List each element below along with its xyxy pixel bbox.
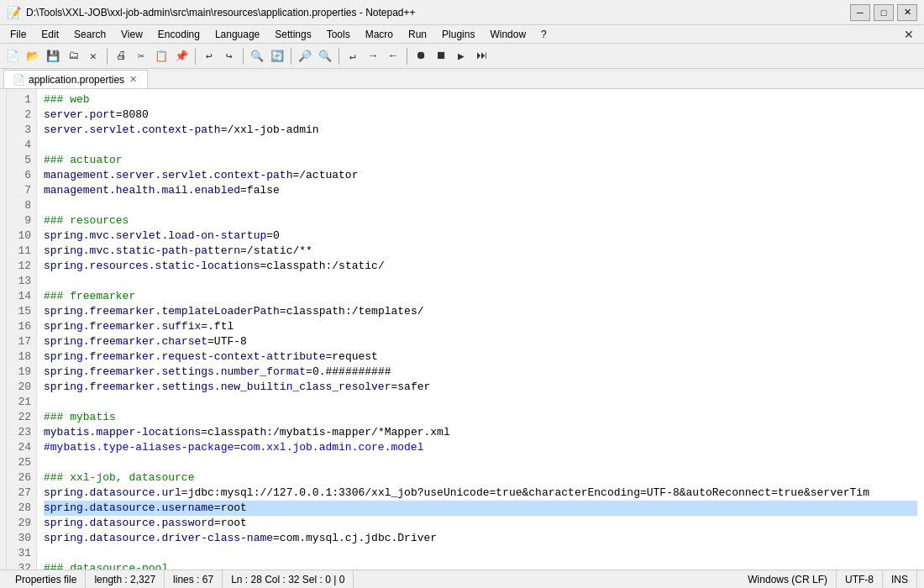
code-line: spring.mvc.servlet.load-on-startup=0 xyxy=(44,228,917,244)
save-all-button[interactable]: 🗂 xyxy=(64,47,82,66)
undo-button[interactable]: ↩ xyxy=(200,47,218,66)
line-number: 2 xyxy=(13,108,31,123)
code-line: spring.datasource.url=jdbc:mysql://127.0… xyxy=(44,486,917,501)
code-line: spring.mvc.static-path-pattern=/static/*… xyxy=(44,244,917,259)
paste-button[interactable]: 📌 xyxy=(172,47,191,66)
code-line xyxy=(44,455,917,470)
line-number: 23 xyxy=(13,425,31,440)
menu-encoding[interactable]: Encoding xyxy=(151,27,207,42)
code-line: server.servlet.context-path=/xxl-job-adm… xyxy=(44,123,917,138)
zoom-in-button[interactable]: 🔎 xyxy=(296,47,314,66)
line-number: 31 xyxy=(13,546,31,561)
open-button[interactable]: 📂 xyxy=(24,47,42,66)
macro-play-button[interactable]: ▶ xyxy=(452,47,470,66)
replace-button[interactable]: 🔄 xyxy=(268,47,286,66)
menu-search[interactable]: Search xyxy=(67,27,113,42)
menu-edit[interactable]: Edit xyxy=(34,27,66,42)
code-line: spring.datasource.username=root xyxy=(44,501,917,516)
menu-tools[interactable]: Tools xyxy=(320,27,357,42)
line-number: 26 xyxy=(13,470,31,486)
tab-application-properties[interactable]: 📄 application.properties ✕ xyxy=(3,70,148,88)
code-line: ### resources xyxy=(44,213,917,228)
code-line xyxy=(44,546,917,561)
new-button[interactable]: 📄 xyxy=(3,47,22,66)
code-line xyxy=(44,138,917,153)
menu-file[interactable]: File xyxy=(3,27,33,42)
menu-help[interactable]: ? xyxy=(534,27,554,42)
menu-plugins[interactable]: Plugins xyxy=(435,27,481,42)
code-line: management.health.mail.enabled=false xyxy=(44,183,917,198)
menu-macro[interactable]: Macro xyxy=(359,27,400,42)
cut-button[interactable]: ✂ xyxy=(132,47,150,66)
code-line: ### mybatis xyxy=(44,410,917,425)
menu-run[interactable]: Run xyxy=(402,27,433,42)
status-ins: INS xyxy=(883,570,917,588)
menu-window[interactable]: Window xyxy=(483,27,533,42)
code-line: mybatis.mapper-locations=classpath:/myba… xyxy=(44,425,917,440)
code-line: spring.freemarker.settings.new_builtin_c… xyxy=(44,380,917,395)
maximize-button[interactable]: □ xyxy=(874,4,894,21)
wrap-button[interactable]: ↵ xyxy=(344,47,362,66)
menu-language[interactable]: Language xyxy=(208,27,266,42)
find-button[interactable]: 🔍 xyxy=(248,47,266,66)
menu-settings[interactable]: Settings xyxy=(268,27,318,42)
menu-bar: File Edit Search View Encoding Language … xyxy=(0,25,924,44)
line-number: 22 xyxy=(13,410,31,425)
copy-button[interactable]: 📋 xyxy=(152,47,171,66)
line-number: 16 xyxy=(13,319,31,334)
print-button[interactable]: 🖨 xyxy=(112,47,130,66)
code-line: management.server.servlet.context-path=/… xyxy=(44,168,917,183)
line-number: 4 xyxy=(13,138,31,153)
line-number: 1 xyxy=(13,92,31,108)
line-number: 30 xyxy=(13,531,31,546)
unindent-button[interactable]: ← xyxy=(384,47,402,66)
status-length: length : 2,327 xyxy=(86,570,165,588)
code-line: server.port=8080 xyxy=(44,108,917,123)
code-line: ### xxl-job, datasource xyxy=(44,470,917,486)
tab-label: application.properties xyxy=(29,74,124,86)
app-icon: 📝 xyxy=(7,6,21,19)
menu-close-x[interactable]: ✕ xyxy=(897,26,921,43)
window-title: D:\Tools\XXL-JOB\xxl-job-admin\src\main\… xyxy=(26,7,416,18)
title-bar: 📝 D:\Tools\XXL-JOB\xxl-job-admin\src\mai… xyxy=(0,0,924,25)
status-line-ending: Windows (CR LF) xyxy=(739,570,837,588)
line-number: 28 xyxy=(13,501,31,516)
redo-button[interactable]: ↪ xyxy=(220,47,239,66)
toolbar-sep-3 xyxy=(243,48,244,65)
line-number: 17 xyxy=(13,334,31,349)
code-line: ### web xyxy=(44,92,917,108)
zoom-out-button[interactable]: 🔍 xyxy=(316,47,334,66)
code-line: spring.freemarker.suffix=.ftl xyxy=(44,319,917,334)
macro-stop-button[interactable]: ⏹ xyxy=(432,47,450,66)
line-numbers: 1234567891011121314151617181920212223242… xyxy=(7,89,37,570)
indent-button[interactable]: → xyxy=(364,47,382,66)
code-line xyxy=(44,274,917,289)
menu-view[interactable]: View xyxy=(114,27,150,42)
save-button[interactable]: 💾 xyxy=(44,47,62,66)
close-file-button[interactable]: ✕ xyxy=(84,47,102,66)
code-line: spring.freemarker.templateLoaderPath=cla… xyxy=(44,304,917,319)
line-number: 6 xyxy=(13,168,31,183)
macro-run-multi-button[interactable]: ⏭ xyxy=(472,47,491,66)
status-position: Ln : 28 Col : 32 Sel : 0 | 0 xyxy=(223,570,354,588)
line-number: 15 xyxy=(13,304,31,319)
status-lines: lines : 67 xyxy=(165,570,223,588)
code-editor[interactable]: ### webserver.port=8080server.servlet.co… xyxy=(37,89,924,570)
line-number: 24 xyxy=(13,440,31,455)
macro-record-button[interactable]: ⏺ xyxy=(412,47,430,66)
code-line xyxy=(44,198,917,213)
code-line: ### freemarker xyxy=(44,289,917,304)
toolbar-sep-2 xyxy=(195,48,196,65)
line-number: 29 xyxy=(13,516,31,531)
code-line: spring.freemarker.settings.number_format… xyxy=(44,365,917,380)
line-number: 7 xyxy=(13,183,31,198)
code-line: spring.resources.static-locations=classp… xyxy=(44,259,917,274)
minimize-button[interactable]: ─ xyxy=(850,4,870,21)
line-number: 18 xyxy=(13,349,31,365)
line-number: 3 xyxy=(13,123,31,138)
code-line: spring.freemarker.charset=UTF-8 xyxy=(44,334,917,349)
toolbar-sep-4 xyxy=(291,48,291,65)
close-button[interactable]: ✕ xyxy=(897,4,917,21)
line-number: 25 xyxy=(13,455,31,470)
tab-close-button[interactable]: ✕ xyxy=(128,74,139,85)
